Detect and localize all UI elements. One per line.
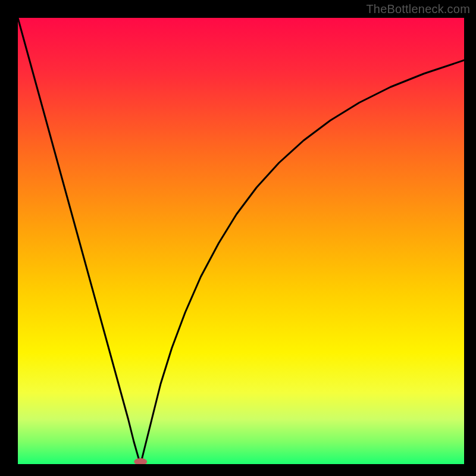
watermark-text: TheBottleneck.com <box>366 2 470 16</box>
chart-frame: TheBottleneck.com <box>0 0 476 476</box>
chart-svg <box>18 18 464 464</box>
plot-area <box>18 18 464 464</box>
